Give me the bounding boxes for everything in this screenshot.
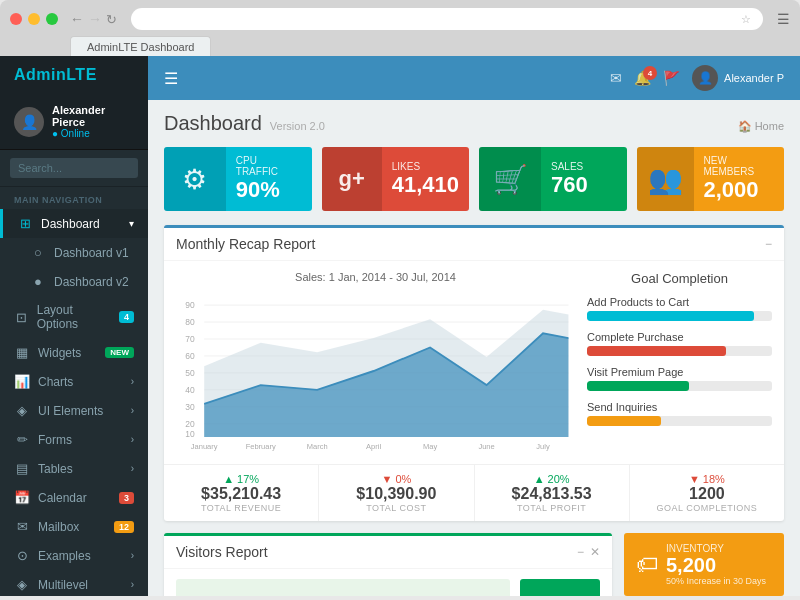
cost-value: $10,390.90 <box>331 485 461 503</box>
widgets-icon: ▦ <box>14 345 30 360</box>
sidebar-item-label: Examples <box>38 549 91 563</box>
sidebar: AdminLTE 👤 Alexander Pierce ● Online MAI… <box>0 56 148 596</box>
side-stats: 🏷 INVENTORY 5,200 50% Increase in 30 Day… <box>624 533 784 596</box>
sidebar-item-dashboard[interactable]: ⊞ Dashboard ▾ <box>0 209 148 238</box>
minimize-button[interactable] <box>28 13 40 25</box>
info-box-cpu: ⚙ CPU TRAFFIC 90% <box>164 147 312 211</box>
sidebar-item-label: Dashboard v1 <box>54 246 129 260</box>
svg-text:February: February <box>246 443 276 452</box>
chart-area: Sales: 1 Jan, 2014 - 30 Jul, 2014 90 80 … <box>176 271 575 454</box>
user-info: Alexander Pierce ● Online <box>52 104 134 139</box>
cpu-content: CPU TRAFFIC 90% <box>226 147 312 211</box>
sidebar-item-mailbox[interactable]: ✉ Mailbox 12 <box>0 512 148 541</box>
refresh-button[interactable]: ↻ <box>106 12 117 27</box>
notification-badge: 4 <box>643 66 657 80</box>
sidebar-item-label: Forms <box>38 433 72 447</box>
sidebar-item-widgets[interactable]: ▦ Widgets NEW <box>0 338 148 367</box>
notifications-icon[interactable]: 🔔 4 <box>634 70 651 86</box>
svg-text:90: 90 <box>185 300 195 310</box>
sidebar-item-dashboard-v1[interactable]: ○ Dashboard v1 <box>0 238 148 267</box>
sidebar-item-tables[interactable]: ▤ Tables › <box>0 454 148 483</box>
main-content: ☰ ✉ 🔔 4 🚩 👤 Alexander P <box>148 56 800 596</box>
close-button[interactable] <box>10 13 22 25</box>
sidebar-item-label: Multilevel <box>38 578 88 592</box>
google-plus-icon: g+ <box>322 147 382 211</box>
sidebar-item-multilevel[interactable]: ◈ Multilevel › <box>0 570 148 596</box>
svg-text:January: January <box>191 443 218 452</box>
sidebar-item-label: Charts <box>38 375 73 389</box>
cpu-label: CPU TRAFFIC <box>236 155 302 177</box>
info-box-likes: g+ LIKES 41,410 <box>322 147 470 211</box>
profit-value: $24,813.53 <box>487 485 617 503</box>
nav-section-label: MAIN NAVIGATION <box>0 187 148 209</box>
svg-text:March: March <box>307 443 328 452</box>
goal-label: Complete Purchase <box>587 331 772 343</box>
sidebar-item-dashboard-v2[interactable]: ● Dashboard v2 <box>0 267 148 296</box>
likes-content: LIKES 41,410 <box>382 153 469 206</box>
sidebar-item-forms[interactable]: ✏ Forms › <box>0 425 148 454</box>
inventory-content: 🏷 INVENTORY 5,200 50% Increase in 30 Day… <box>636 543 772 586</box>
page-content: Dashboard Version 2.0 🏠 Home ⚙ CPU TRAFF… <box>148 100 800 596</box>
cpu-value: 90% <box>236 177 302 203</box>
tables-icon: ▤ <box>14 461 30 476</box>
sidebar-item-label: Layout Options <box>37 303 111 331</box>
nav-badge: 3 <box>119 492 134 504</box>
inventory-sub: 50% Increase in 30 Days <box>666 576 766 586</box>
cost-label: TOTAL COST <box>331 503 461 513</box>
multilevel-icon: ◈ <box>14 577 30 592</box>
monthly-report-box: Monthly Recap Report − Sales: 1 Jan, 201… <box>164 225 784 521</box>
goal-completion-panel: Goal Completion Add Products to Cart Com… <box>587 271 772 454</box>
svg-text:May: May <box>423 443 437 452</box>
goal-label: Add Products to Cart <box>587 296 772 308</box>
app-logo: AdminLTE <box>0 56 148 94</box>
flags-icon[interactable]: 🚩 <box>663 70 680 86</box>
layout-icon: ⊡ <box>14 310 29 325</box>
monthly-report-title: Monthly Recap Report <box>176 236 315 252</box>
menu-icon[interactable]: ☰ <box>777 11 790 27</box>
goal-item-2: Complete Purchase <box>587 331 772 356</box>
chevron-right-icon: › <box>131 550 134 561</box>
sidebar-item-calendar[interactable]: 📅 Calendar 3 <box>0 483 148 512</box>
sales-label: SALES <box>551 161 588 172</box>
collapse-button[interactable]: − <box>577 545 584 559</box>
likes-label: LIKES <box>392 161 459 172</box>
page-header: Dashboard Version 2.0 🏠 Home <box>164 112 784 135</box>
chevron-down-icon: ▾ <box>129 218 134 229</box>
inventory-stat: 🏷 INVENTORY 5,200 50% Increase in 30 Day… <box>624 533 784 596</box>
sidebar-toggle[interactable]: ☰ <box>164 69 178 88</box>
svg-text:20: 20 <box>185 419 195 429</box>
back-button[interactable]: ← <box>70 11 84 27</box>
forms-icon: ✏ <box>14 432 30 447</box>
goals-change: ▼ 18% <box>642 473 772 485</box>
maximize-button[interactable] <box>46 13 58 25</box>
cost-change: ▼ 0% <box>331 473 461 485</box>
cart-icon: 🛒 <box>479 147 541 211</box>
sidebar-item-examples[interactable]: ⊙ Examples › <box>0 541 148 570</box>
user-status: ● Online <box>52 128 134 139</box>
sidebar-item-charts[interactable]: 📊 Charts › <box>0 367 148 396</box>
sidebar-item-ui-elements[interactable]: ◈ UI Elements › <box>0 396 148 425</box>
revenue-change: ▲ 17% <box>176 473 306 485</box>
monthly-report-body: Sales: 1 Jan, 2014 - 30 Jul, 2014 90 80 … <box>164 261 784 464</box>
search-input[interactable] <box>10 158 138 178</box>
browser-tab[interactable]: AdminLTE Dashboard <box>70 36 211 57</box>
progress-bar <box>587 381 772 391</box>
goal-label: Visit Premium Page <box>587 366 772 378</box>
svg-text:10: 10 <box>185 429 195 439</box>
goal-item-1: Add Products to Cart <box>587 296 772 321</box>
progress-bar <box>587 311 772 321</box>
members-label: NEW MEMBERS <box>704 155 775 177</box>
monthly-report-header: Monthly Recap Report − <box>164 228 784 261</box>
svg-text:70: 70 <box>185 334 195 344</box>
chevron-right-icon: › <box>131 405 134 416</box>
bookmark-icon[interactable]: ☆ <box>741 13 751 26</box>
user-menu[interactable]: 👤 Alexander P <box>692 65 784 91</box>
forward-button[interactable]: → <box>88 11 102 27</box>
mail-header-icon[interactable]: ✉ <box>610 70 622 86</box>
close-button[interactable]: ✕ <box>590 545 600 559</box>
stat-goals: ▼ 18% 1200 GOAL COMPLETIONS <box>630 465 784 521</box>
collapse-button[interactable]: − <box>765 237 772 251</box>
logo-highlight: LTE <box>66 66 97 83</box>
revenue-value: $35,210.43 <box>176 485 306 503</box>
sidebar-item-layout[interactable]: ⊡ Layout Options 4 <box>0 296 148 338</box>
